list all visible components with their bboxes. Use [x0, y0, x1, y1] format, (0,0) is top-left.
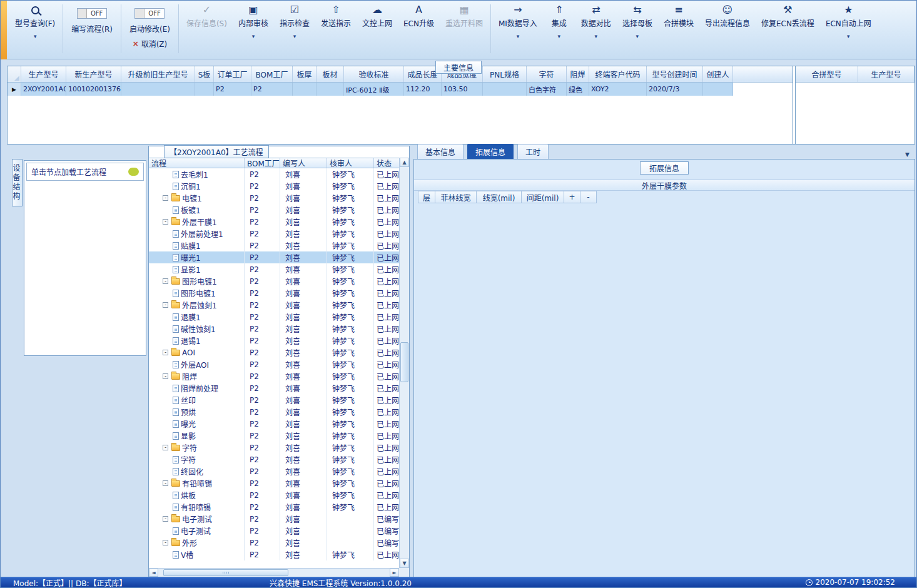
- device-structure-tab[interactable]: 设备结构: [12, 159, 23, 206]
- collapse-expander[interactable]: [163, 195, 168, 201]
- tree-row[interactable]: 外层干膜1 P2 刘喜 钟梦飞 已上网: [149, 216, 399, 228]
- tree-row[interactable]: 图形电镀1 P2 刘喜 钟梦飞 已上网: [149, 287, 399, 299]
- tree-row[interactable]: 外层蚀刻1 P2 刘喜 钟梦飞 已上网: [149, 299, 399, 311]
- mi-data-import-button[interactable]: → MI数据导入: [493, 1, 543, 39]
- tree-row[interactable]: 丝印 P2 刘喜 钟梦飞 已上网: [149, 394, 399, 406]
- ecn-upgrade-button[interactable]: A ECN升级: [398, 1, 440, 39]
- tree-row[interactable]: V槽 P2 刘喜 钟梦飞 已上网: [149, 549, 399, 560]
- internal-audit-button[interactable]: ▣ 内部审核: [233, 1, 274, 39]
- scroll-down-icon[interactable]: [400, 559, 409, 568]
- column-header[interactable]: 升级前旧生产型号: [121, 66, 195, 82]
- tab-extended-info[interactable]: 拓展信息: [467, 144, 514, 159]
- column-header[interactable]: BOM工厂: [245, 158, 280, 168]
- collapse-expander[interactable]: [163, 516, 168, 522]
- tree-row[interactable]: 碱性蚀刻1 P2 刘喜 钟梦飞 已上网: [149, 323, 399, 335]
- vertical-scrollbar[interactable]: [399, 158, 409, 568]
- column-header[interactable]: 阻焊: [567, 66, 589, 82]
- tree-row[interactable]: 外层前处理1 P2 刘喜 钟梦飞 已上网: [149, 228, 399, 240]
- collapse-expander[interactable]: [163, 445, 168, 450]
- column-header[interactable]: 状态: [374, 158, 399, 168]
- scrollbar-track[interactable]: [158, 569, 390, 577]
- column-header[interactable]: 板厚: [293, 66, 317, 82]
- tree-row[interactable]: 电子测试 P2 刘喜 已编写: [149, 525, 399, 537]
- tree-row[interactable]: 去毛刺1 P2 刘喜 钟梦飞 已上网: [149, 168, 399, 180]
- cancel-button[interactable]: × 取消(Z): [133, 38, 168, 49]
- data-compare-button[interactable]: ⇄ 数据对比: [575, 1, 617, 39]
- tree-row[interactable]: 有铅喷锡 P2 刘喜 钟梦飞 已上网: [149, 501, 399, 513]
- tree-row[interactable]: 阻焊前处理 P2 刘喜 钟梦飞 已上网: [149, 382, 399, 394]
- scrollbar-thumb[interactable]: [400, 342, 408, 382]
- scroll-left-icon[interactable]: [149, 569, 158, 577]
- write-flow-toggle[interactable]: OFF: [77, 8, 107, 19]
- tree-row[interactable]: 电子测试 P2 刘喜 已编写: [149, 513, 399, 525]
- scrollbar-thumb[interactable]: [163, 569, 288, 576]
- tree-row[interactable]: 曝光 P2 刘喜 钟梦飞 已上网: [149, 418, 399, 430]
- tree-row[interactable]: 曝光1 P2 刘喜 钟梦飞 已上网: [149, 251, 399, 263]
- tree-row[interactable]: 电镀1 P2 刘喜 钟梦飞 已上网: [149, 192, 399, 204]
- collapse-expander[interactable]: [163, 480, 168, 486]
- column-header[interactable]: 线宽(mil): [477, 191, 522, 203]
- column-header[interactable]: 订单工厂: [214, 66, 251, 82]
- merge-module-button[interactable]: ≡ 合拼模块: [658, 1, 699, 39]
- column-header[interactable]: 合拼型号: [796, 66, 858, 82]
- tree-row[interactable]: 终固化 P2 刘喜 钟梦飞 已上网: [149, 465, 399, 477]
- column-header[interactable]: 创建人: [703, 66, 733, 82]
- collapse-panel-button[interactable]: ▼: [902, 150, 913, 159]
- column-header[interactable]: -: [580, 191, 597, 203]
- column-header[interactable]: 验收标准: [344, 66, 404, 82]
- horizontal-scrollbar[interactable]: [149, 568, 399, 577]
- column-header[interactable]: 型号创建时间: [647, 66, 703, 82]
- tree-row[interactable]: 有铅喷锡 P2 刘喜 钟梦飞 已上网: [149, 477, 399, 489]
- column-header[interactable]: PNL规格: [483, 66, 527, 82]
- tree-row[interactable]: 外层AOI P2 刘喜 钟梦飞 已上网: [149, 358, 399, 370]
- column-header[interactable]: 间距(mil): [522, 191, 564, 203]
- doc-control-upload-button[interactable]: ☁ 文控上网: [357, 1, 398, 39]
- tree-row[interactable]: 字符 P2 刘喜 钟梦飞 已上网: [149, 454, 399, 465]
- tree-row[interactable]: 贴膜1 P2 刘喜 钟梦飞 已上网: [149, 240, 399, 251]
- column-header[interactable]: 流程: [149, 158, 245, 168]
- model-search-button[interactable]: 型号查询(F): [9, 1, 61, 39]
- column-header[interactable]: 菲林线宽: [435, 191, 477, 203]
- collapse-expander[interactable]: [163, 278, 168, 284]
- tree-row[interactable]: AOI P2 刘喜 钟梦飞 已上网: [149, 347, 399, 358]
- column-header[interactable]: 板材: [317, 66, 344, 82]
- column-header[interactable]: 核审人: [327, 158, 374, 168]
- column-header[interactable]: S板: [195, 66, 214, 82]
- column-header[interactable]: 字符: [527, 66, 567, 82]
- column-header[interactable]: 层: [418, 191, 435, 203]
- column-header[interactable]: 生产型号: [21, 66, 66, 82]
- tree-row[interactable]: 预烘 P2 刘喜 钟梦飞 已上网: [149, 406, 399, 418]
- tree-row[interactable]: 阻焊 P2 刘喜 钟梦飞 已上网: [149, 370, 399, 382]
- instruction-check-button[interactable]: ☑ 指示检查: [274, 1, 315, 39]
- tree-row[interactable]: 退锡1 P2 刘喜 钟梦飞 已上网: [149, 335, 399, 347]
- modify-toggle[interactable]: OFF: [134, 8, 165, 19]
- tree-row[interactable]: 显影 P2 刘喜 钟梦飞 已上网: [149, 430, 399, 442]
- tree-row[interactable]: 沉铜1 P2 刘喜 钟梦飞 已上网: [149, 180, 399, 192]
- column-header[interactable]: +: [564, 191, 580, 203]
- collapse-expander[interactable]: [163, 540, 168, 545]
- collapse-expander[interactable]: [163, 219, 168, 225]
- tree-row[interactable]: 烘板 P2 刘喜 钟梦飞 已上网: [149, 489, 399, 501]
- column-header[interactable]: 新生产型号: [66, 66, 121, 82]
- column-header[interactable]: BOM工厂: [251, 66, 293, 82]
- ecn-auto-upload-button[interactable]: ★ ECN自动上网: [820, 1, 877, 39]
- tree-row[interactable]: 显影1 P2 刘喜 钟梦飞 已上网: [149, 263, 399, 275]
- select-all-corner[interactable]: [8, 66, 21, 82]
- send-instruction-button[interactable]: ⇧ 发送指示: [315, 1, 357, 39]
- collapse-expander[interactable]: [163, 302, 168, 308]
- main-info-row[interactable]: ▶ 2XOY2001A010010200137679P2P2IPC-6012 Ⅱ…: [8, 83, 793, 96]
- integrate-button[interactable]: ⇑ 集成: [543, 1, 575, 39]
- column-header[interactable]: 终端客户代码: [589, 66, 647, 82]
- scroll-up-icon[interactable]: [400, 158, 409, 167]
- select-mother-board-button[interactable]: ⇆ 选择母板: [617, 1, 658, 39]
- column-header[interactable]: 生产型号: [858, 66, 914, 82]
- export-flow-info-button[interactable]: ☺ 导出流程信息: [699, 1, 756, 39]
- tree-row[interactable]: 字符 P2 刘喜 钟梦飞 已上网: [149, 442, 399, 454]
- tree-row[interactable]: 退膜1 P2 刘喜 钟梦飞 已上网: [149, 311, 399, 323]
- tab-basic-info[interactable]: 基本信息: [417, 144, 464, 159]
- tree-row[interactable]: 板镀1 P2 刘喜 钟梦飞 已上网: [149, 204, 399, 216]
- column-header[interactable]: 编写人: [280, 158, 327, 168]
- scroll-right-icon[interactable]: [390, 569, 399, 577]
- tree-row[interactable]: 外形 P2 刘喜 已编写: [149, 537, 399, 549]
- collapse-expander[interactable]: [163, 350, 168, 355]
